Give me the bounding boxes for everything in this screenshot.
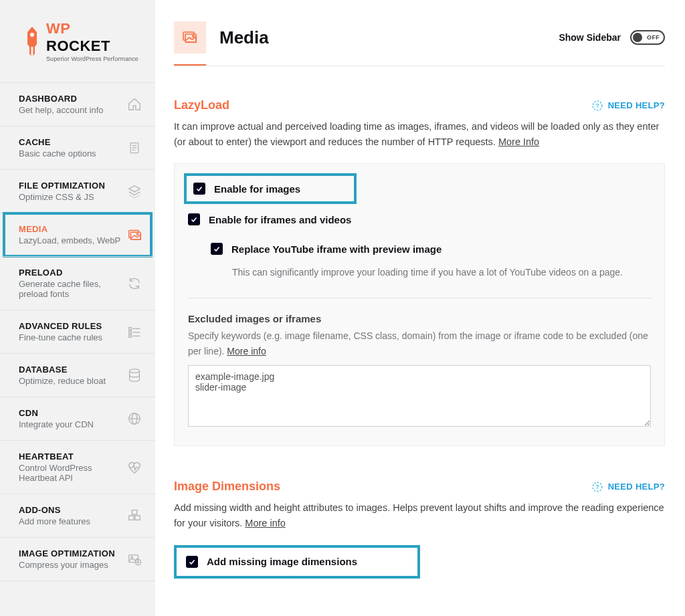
- more-info-link[interactable]: More info: [245, 518, 285, 528]
- show-sidebar-toggle[interactable]: Show Sidebar OFF: [559, 30, 665, 45]
- globe-icon: [127, 411, 142, 426]
- more-info-link[interactable]: More Info: [498, 136, 539, 147]
- checkbox-checked[interactable]: [188, 213, 200, 225]
- option-label: Enable for iframes and videos: [209, 214, 351, 225]
- show-sidebar-label: Show Sidebar: [559, 32, 621, 43]
- svg-rect-20: [129, 516, 134, 520]
- sidebar: WP ROCKET Superior WordPress Performance…: [0, 0, 155, 616]
- database-icon: [127, 368, 142, 383]
- refresh-icon: [127, 276, 142, 291]
- sidebar-item-advanced-rules[interactable]: ADVANCED RULESFine-tune cache rules: [0, 310, 155, 353]
- option-enable-images[interactable]: Enable for images: [184, 173, 357, 204]
- sidebar-item-addons[interactable]: ADD-ONSAdd more features: [0, 494, 155, 537]
- sidebar-item-preload[interactable]: PRELOADGenerate cache files, preload fon…: [0, 256, 155, 310]
- main-content: Media Show Sidebar OFF LazyLoad ? NEED H…: [155, 0, 685, 616]
- heartbeat-icon: [127, 460, 142, 475]
- excluded-textarea[interactable]: [188, 365, 651, 427]
- svg-text:?: ?: [595, 102, 599, 109]
- svg-rect-11: [129, 331, 132, 334]
- sidebar-item-heartbeat[interactable]: HEARTBEATControl WordPress Heartbeat API: [0, 440, 155, 494]
- checkbox-checked[interactable]: [193, 183, 205, 195]
- option-enable-iframes[interactable]: Enable for iframes and videos: [188, 208, 651, 231]
- svg-rect-21: [135, 516, 140, 520]
- help-icon: ?: [591, 100, 603, 112]
- option-youtube-preview[interactable]: Replace YouTube iframe with preview imag…: [188, 237, 651, 283]
- svg-text:?: ?: [595, 484, 599, 490]
- svg-point-23: [131, 556, 132, 558]
- svg-point-15: [130, 369, 140, 373]
- need-help-link[interactable]: ? NEED HELP?: [591, 100, 665, 112]
- option-add-dimensions[interactable]: Add missing image dimensions: [174, 545, 420, 579]
- option-label: Replace YouTube iframe with preview imag…: [231, 243, 442, 255]
- sliders-icon: [127, 324, 142, 339]
- dimensions-title: Image Dimensions: [174, 480, 280, 494]
- section-dimensions: Image Dimensions ? NEED HELP? Add missin…: [174, 480, 665, 578]
- image-icon: [127, 227, 142, 242]
- page-title: Media: [219, 27, 269, 48]
- lazyload-title: LazyLoad: [174, 98, 229, 112]
- lazyload-options-box: Enable for images Enable for iframes and…: [174, 163, 665, 446]
- sidebar-item-database[interactable]: DATABASEOptimize, reduce bloat: [0, 353, 155, 397]
- sidebar-item-cache[interactable]: CACHEBasic cache options: [0, 126, 155, 169]
- doc-icon: [127, 140, 142, 155]
- sidebar-item-image-optimization[interactable]: IMAGE OPTIMIZATIONCompress your images: [0, 537, 155, 581]
- rocket-icon: [23, 27, 41, 56]
- home-icon: [127, 97, 142, 112]
- section-lazyload: LazyLoad ? NEED HELP? It can improve act…: [174, 98, 665, 446]
- page-header: Media Show Sidebar OFF: [174, 21, 665, 64]
- need-help-link[interactable]: ? NEED HELP?: [591, 481, 665, 493]
- dimensions-desc: Add missing width and height attributes …: [174, 500, 665, 531]
- option-desc: This can significantly improve your load…: [232, 267, 623, 278]
- layers-icon: [127, 184, 142, 199]
- checkbox-checked[interactable]: [186, 556, 198, 568]
- excluded-title: Excluded images or iframes: [188, 313, 651, 324]
- sidebar-item-cdn[interactable]: CDNIntegrate your CDN: [0, 397, 155, 440]
- svg-marker-5: [129, 186, 140, 192]
- svg-rect-9: [129, 328, 132, 330]
- brand-tagline: Superior WordPress Performance: [46, 56, 138, 62]
- sidebar-item-media[interactable]: MEDIALazyLoad, embeds, WebP: [0, 213, 155, 256]
- imageopt-icon: [127, 552, 142, 567]
- boxes-icon: [127, 508, 142, 523]
- brand-text: WP ROCKET: [46, 20, 138, 55]
- logo: WP ROCKET Superior WordPress Performance: [0, 0, 155, 82]
- sidebar-item-dashboard[interactable]: DASHBOARDGet help, account info: [0, 82, 155, 126]
- option-label: Add missing image dimensions: [207, 556, 357, 567]
- lazyload-desc: It can improve actual and perceived load…: [174, 119, 665, 150]
- sidebar-item-file-optimization[interactable]: FILE OPTIMIZATIONOptimize CSS & JS: [0, 169, 155, 213]
- svg-rect-19: [132, 510, 136, 514]
- checkbox-checked[interactable]: [211, 243, 223, 255]
- option-label: Enable for images: [214, 183, 300, 195]
- help-icon: ?: [591, 481, 603, 493]
- media-header-icon: [174, 21, 206, 54]
- more-info-link[interactable]: More info: [227, 346, 266, 356]
- excluded-desc: Specify keywords (e.g. image filename, C…: [188, 328, 651, 358]
- svg-rect-13: [129, 335, 132, 338]
- svg-point-0: [30, 33, 34, 37]
- switch-off[interactable]: OFF: [630, 30, 665, 45]
